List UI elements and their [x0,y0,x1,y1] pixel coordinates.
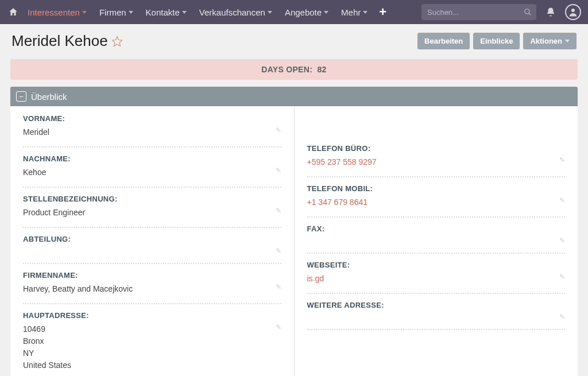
field-value: 10469 Bronx NY United States [23,323,272,371]
field-firmenname: FIRMENNAME: Harvey, Beatty and Macejkovi… [23,271,281,304]
button-label: Bearbeiten [424,37,463,45]
address-line-1: 10469 [23,323,272,335]
svg-marker-3 [112,36,122,46]
field-label: HAUPTADRESSE: [23,311,281,320]
field-label: NACHNAME: [23,154,281,163]
page-title: Meridel Kehoe [11,32,108,50]
left-column: VORNAME: Meridel ✎ NACHNAME: Kehoe ✎ STE… [10,106,295,376]
pencil-icon[interactable]: ✎ [556,273,565,281]
panel-body: VORNAME: Meridel ✎ NACHNAME: Kehoe ✎ STE… [10,106,578,376]
bell-icon[interactable] [540,7,562,17]
field-label: ABTEILUNG: [23,235,281,243]
button-label: Aktionen [530,37,562,45]
nav-kontakte[interactable]: Kontakte [141,4,191,21]
nav-label: Verkaufschancen [199,7,265,17]
chevron-down-icon [565,40,570,42]
insights-button[interactable]: Einblicke [473,33,520,49]
field-label: WEBSEITE: [307,261,566,269]
field-stellenbezeichnung: STELLENBEZEICHNUNG: Product Engineer ✎ [23,195,281,228]
chevron-down-icon [324,11,328,14]
right-column: TELEFON BÜRO: +595 237 558 9297 ✎ TELEFO… [295,106,578,376]
field-webseite: WEBSEITE: is.gd ✎ [307,261,566,294]
field-label: VORNAME: [23,114,281,123]
svg-point-0 [525,9,529,14]
actions-button[interactable]: Aktionen [523,33,577,49]
banner-value: 82 [318,65,327,74]
pencil-icon[interactable]: ✎ [272,207,281,215]
address-line-2: Bronx [23,335,272,347]
home-icon[interactable] [7,6,20,18]
pencil-icon[interactable]: ✎ [272,283,281,291]
banner-label: DAYS OPEN: [261,65,312,74]
field-label: WEITERE ADRESSE: [307,301,566,309]
nav-angebote[interactable]: Angebote [280,4,333,21]
search-icon[interactable] [524,8,532,16]
field-label: TELEFON BÜRO: [307,144,566,153]
field-label: FIRMENNAME: [23,271,281,280]
field-nachname: NACHNAME: Kehoe ✎ [23,154,281,188]
pencil-icon[interactable]: ✎ [272,126,281,134]
field-weitere-adresse: WEITERE ADRESSE: ✎ [307,301,566,330]
svg-line-1 [529,13,531,15]
pencil-icon[interactable]: ✎ [272,323,281,331]
nav-label: Angebote [285,7,322,17]
field-abteilung: ABTEILUNG: ✎ [23,235,281,264]
field-hauptadresse: HAUPTADRESSE: 10469 Bronx NY United Stat… [23,311,281,376]
address-line-3: NY [23,347,272,359]
field-value[interactable]: is.gd [307,273,556,285]
search-box[interactable] [421,4,536,20]
field-fax: FAX: ✎ [307,224,566,254]
svg-point-2 [571,9,575,12]
search-input[interactable] [427,8,524,17]
chevron-down-icon [363,11,368,14]
nav-label: Interessenten [28,7,80,17]
address-line-4: United States [23,359,272,371]
panel-header: − Überblick [10,87,578,106]
page-header: Meridel Kehoe Bearbeiten Einblicke Aktio… [0,24,588,56]
top-navbar: Interessenten Firmen Kontakte Verkaufsch… [0,0,588,24]
pencil-icon[interactable]: ✎ [556,156,565,164]
days-open-banner: DAYS OPEN: 82 [10,59,578,80]
nav-label: Kontakte [146,7,180,17]
chevron-down-icon [182,11,187,14]
nav-interessenten[interactable]: Interessenten [23,4,91,21]
field-label: STELLENBEZEICHNUNG: [23,195,281,203]
field-value[interactable]: +595 237 558 9297 [307,156,556,168]
pencil-icon[interactable]: ✎ [556,196,565,204]
pencil-icon[interactable]: ✎ [272,247,281,255]
field-label: TELEFON MOBIL: [307,184,566,193]
field-value: Kehoe [23,166,272,179]
field-value: Product Engineer [23,207,272,219]
field-value: Meridel [23,126,272,138]
pencil-icon[interactable]: ✎ [272,166,281,175]
chevron-down-icon [82,11,87,14]
nav-label: Mehr [341,7,361,17]
nav-firmen[interactable]: Firmen [95,4,138,21]
field-telefon-mobil: TELEFON MOBIL: +1 347 679 8641 ✎ [307,184,566,218]
pencil-icon[interactable]: ✎ [556,313,565,321]
field-value[interactable]: +1 347 679 8641 [307,196,556,208]
pencil-icon[interactable]: ✎ [556,237,565,245]
panel-title: Überblick [31,92,67,102]
edit-button[interactable]: Bearbeiten [417,33,470,49]
chevron-down-icon [268,11,272,14]
favorite-star-icon[interactable] [111,36,123,47]
collapse-icon[interactable]: − [16,91,26,102]
user-avatar-icon[interactable] [565,4,581,20]
spacer [307,114,566,144]
overview-panel: − Überblick VORNAME: Meridel ✎ NACHNAME:… [10,87,578,376]
chevron-down-icon [129,11,133,14]
button-label: Einblicke [480,37,513,45]
nav-mehr[interactable]: Mehr [336,4,372,21]
nav-label: Firmen [99,7,126,17]
field-label: FAX: [307,224,566,233]
add-icon[interactable]: + [376,5,390,20]
field-telefon-buero: TELEFON BÜRO: +595 237 558 9297 ✎ [307,144,566,177]
field-vorname: VORNAME: Meridel ✎ [23,114,281,148]
field-value: Harvey, Beatty and Macejkovic [23,283,272,295]
nav-verkaufschancen[interactable]: Verkaufschancen [195,4,277,21]
